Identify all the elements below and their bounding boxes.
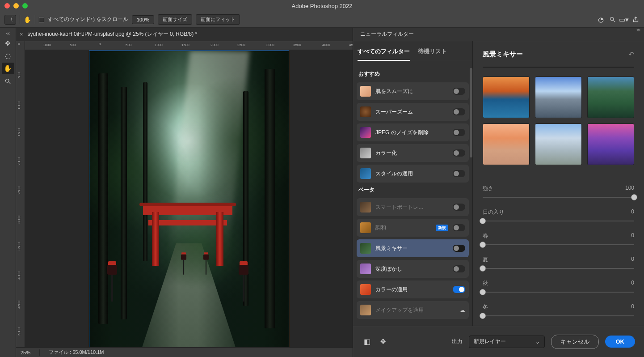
preset-thumb[interactable] bbox=[535, 76, 582, 118]
hand-tool-icon[interactable]: ✋ bbox=[2, 63, 14, 74]
download-icon[interactable]: ☁ bbox=[459, 307, 465, 314]
slider-thumb[interactable] bbox=[480, 242, 486, 248]
document-tab[interactable]: syuhei-inoue-kaoHI0iHJPM-unsplash.jpg @ … bbox=[26, 30, 199, 38]
slider-value: 0 bbox=[631, 280, 634, 287]
window-zoom-icon[interactable] bbox=[22, 3, 28, 8]
slider-track[interactable] bbox=[483, 292, 634, 293]
canvas[interactable] bbox=[25, 50, 353, 347]
slider-2: 春 0 bbox=[483, 232, 634, 245]
reset-icon[interactable]: ↶ bbox=[628, 50, 634, 59]
filter-toggle[interactable] bbox=[453, 170, 465, 177]
cloud-doc-icon[interactable]: ◔ bbox=[597, 16, 605, 24]
zoom-tool-icon[interactable] bbox=[2, 75, 14, 87]
zoom-100-button[interactable]: 100% bbox=[132, 15, 154, 24]
slider-thumb[interactable] bbox=[480, 289, 486, 295]
filter-colorize[interactable]: カラー化 bbox=[357, 144, 469, 162]
svg-point-0 bbox=[610, 17, 614, 21]
filter-makeup-transfer[interactable]: メイクアップを適用 ☁ bbox=[357, 301, 469, 319]
ruler-vertical: 0 500 1000 1500 2000 2500 3000 3500 4000… bbox=[16, 41, 25, 347]
window-close-icon[interactable] bbox=[4, 3, 10, 8]
fit-screen-button[interactable]: 画面サイズ bbox=[158, 14, 192, 25]
filter-toggle[interactable] bbox=[453, 149, 465, 157]
marquee-tool-icon[interactable]: ◌ bbox=[2, 50, 14, 62]
filter-toggle[interactable] bbox=[453, 204, 465, 211]
search-icon[interactable] bbox=[608, 16, 616, 24]
scroll-all-windows-label: すべてのウィンドウをスクロール bbox=[48, 16, 128, 23]
slider-thumb[interactable] bbox=[480, 265, 486, 272]
filter-toggle[interactable] bbox=[453, 265, 465, 272]
filter-thumb-icon bbox=[360, 106, 371, 117]
collapse-right-icon[interactable]: ≫ bbox=[636, 28, 640, 32]
filter-depth-blur[interactable]: 深度ぼかし bbox=[357, 260, 469, 278]
filter-thumb-icon bbox=[360, 305, 371, 315]
preset-thumb[interactable] bbox=[535, 123, 582, 165]
share-icon[interactable] bbox=[631, 16, 640, 24]
filter-toggle[interactable] bbox=[453, 108, 465, 115]
preset-thumb[interactable] bbox=[483, 123, 530, 165]
layers-icon[interactable]: ❖ bbox=[378, 337, 388, 347]
slider-label: 春 bbox=[483, 232, 488, 240]
tool-strip: ≪ ✥ ◌ ✋ bbox=[0, 28, 16, 357]
preset-grid bbox=[483, 76, 634, 165]
document-status-bar: 25% ファイル : 55.0M/110.1M bbox=[16, 347, 353, 357]
filter-thumb-icon bbox=[360, 202, 371, 212]
slider-label: 秋 bbox=[483, 280, 488, 287]
tab-wait-list[interactable]: 待機リスト bbox=[418, 47, 447, 61]
home-back-button[interactable]: 〈 bbox=[4, 15, 16, 25]
move-tool-icon[interactable]: ✥ bbox=[2, 38, 14, 49]
filter-skin-smoothing[interactable]: 肌をスムーズに bbox=[357, 82, 469, 100]
slider-thumb[interactable] bbox=[480, 313, 486, 319]
slider-thumb[interactable] bbox=[480, 218, 486, 224]
collapse-left-icon[interactable]: ≪ bbox=[6, 30, 10, 37]
fit-window-button[interactable]: 画面にフィット bbox=[196, 14, 240, 25]
preset-thumb[interactable] bbox=[483, 76, 530, 118]
cancel-button[interactable]: キャンセル bbox=[551, 335, 599, 349]
output-select[interactable]: 新規レイヤー ⌄ bbox=[469, 336, 545, 348]
filter-thumb-icon bbox=[360, 243, 371, 254]
filter-toggle[interactable] bbox=[453, 88, 465, 95]
filter-harmonize[interactable]: 調和 新規 bbox=[357, 219, 469, 237]
slider-value: 100 bbox=[625, 185, 634, 192]
slider-0: 強さ 100 bbox=[483, 185, 634, 198]
scrollbar[interactable] bbox=[470, 68, 472, 157]
filter-toggle[interactable] bbox=[453, 129, 465, 136]
group-recommended: おすすめ bbox=[358, 70, 467, 78]
filter-landscape-mixer[interactable]: 風景ミキサー bbox=[357, 239, 469, 257]
filter-toggle[interactable] bbox=[453, 224, 465, 231]
filter-toggle[interactable] bbox=[453, 286, 465, 293]
ok-button[interactable]: OK bbox=[605, 336, 636, 348]
tab-close-icon[interactable]: × bbox=[20, 31, 23, 38]
tab-all-filters[interactable]: すべてのフィルター bbox=[358, 47, 410, 61]
before-after-icon[interactable]: ◧ bbox=[362, 337, 372, 347]
status-zoom[interactable]: 25% bbox=[21, 350, 30, 355]
filter-thumb-icon bbox=[360, 264, 371, 274]
slider-track[interactable] bbox=[483, 315, 634, 316]
window-minimize-icon[interactable] bbox=[13, 3, 19, 8]
slider-label: 強さ bbox=[483, 185, 493, 192]
slider-3: 夏 0 bbox=[483, 256, 634, 269]
filter-jpeg-artifacts[interactable]: JPEG のノイズを削除 bbox=[357, 123, 469, 141]
document-area: × syuhei-inoue-kaoHI0iHJPM-unsplash.jpg … bbox=[16, 28, 353, 357]
filter-color-transfer[interactable]: カラーの適用 bbox=[357, 280, 469, 298]
app-title: Adobe Photoshop 2022 bbox=[292, 3, 353, 9]
preset-custom-segmented[interactable]: プリセット カスタム bbox=[483, 67, 634, 68]
workspace-icon[interactable]: ▭▾ bbox=[620, 16, 628, 24]
hand-tool-icon[interactable]: ✋ bbox=[24, 16, 31, 23]
filter-thumb-icon bbox=[360, 168, 371, 179]
preset-thumb[interactable] bbox=[587, 76, 634, 118]
preset-thumb[interactable] bbox=[587, 123, 634, 165]
filter-smart-portrait[interactable]: スマートポートレ… bbox=[357, 198, 469, 216]
slider-5: 冬 0 bbox=[483, 303, 634, 316]
scroll-all-windows-checkbox[interactable] bbox=[39, 17, 44, 22]
slider-thumb[interactable] bbox=[631, 194, 637, 200]
slider-track[interactable] bbox=[483, 268, 634, 269]
filter-thumb-icon bbox=[360, 222, 371, 233]
slider-track[interactable] bbox=[483, 221, 634, 221]
filter-super-zoom[interactable]: スーパーズーム bbox=[357, 103, 469, 121]
filter-style-transfer[interactable]: スタイルの適用 bbox=[357, 165, 469, 183]
filter-toggle[interactable] bbox=[453, 245, 465, 252]
filter-thumb-icon bbox=[360, 284, 371, 295]
filter-thumb-icon bbox=[360, 86, 371, 97]
slider-track[interactable] bbox=[483, 197, 634, 198]
slider-track[interactable] bbox=[483, 244, 634, 245]
